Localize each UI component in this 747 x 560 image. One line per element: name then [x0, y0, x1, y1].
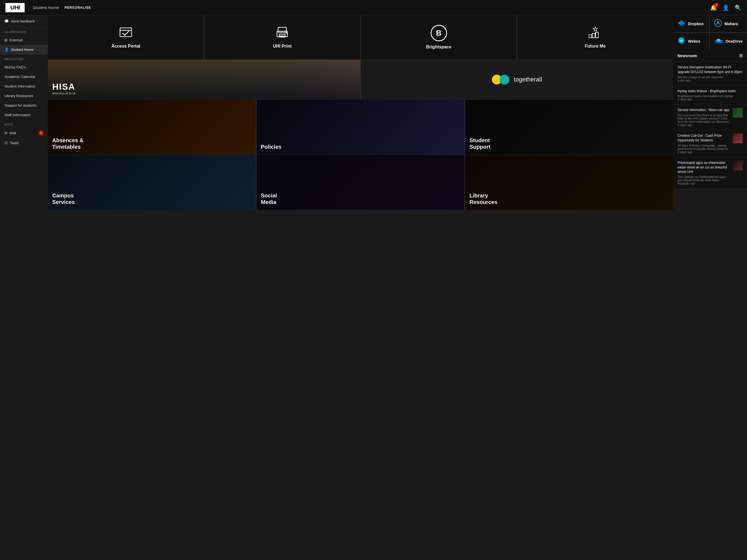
news-creative-meta: 16 days of Action Campaign - raising awa…: [677, 144, 730, 150]
mail-badge: 1: [38, 130, 44, 135]
sidebar-library-resources-label: Library Resources: [4, 94, 33, 98]
teal-circle-icon: [499, 75, 509, 84]
student-support-label: StudentSupport: [465, 133, 495, 154]
send-feedback-button[interactable]: 💬 Send feedback: [0, 15, 48, 27]
togetherall-banner[interactable]: togetherall: [361, 59, 673, 99]
hisa-banner[interactable]: HISA www.hisa.uhi.ac.uk: [48, 59, 360, 99]
onedrive-icon: [714, 37, 723, 45]
sidebar-mail-label: Mail: [9, 131, 16, 135]
news-item-prionnsapal[interactable]: Prionnsapal agus iar-sheansalair eadar-a…: [673, 157, 747, 189]
sidebar-academic-calendar-label: Academic Calendar: [4, 75, 35, 79]
webex-label: Webex: [688, 39, 700, 44]
sidebar-student-home-label: Student Home: [11, 48, 34, 52]
news-creative-thumb-img: [733, 133, 743, 143]
quick-links-grid: Dropbox Mahara: [673, 15, 747, 50]
policies-tile[interactable]: Policies: [256, 100, 465, 154]
sidebar-item-support-for-students[interactable]: Support for students: [0, 101, 48, 110]
mahara-label: Mahara: [725, 22, 738, 26]
newsroom-expand-icon[interactable]: ⊞: [739, 53, 743, 58]
check-window-icon: [119, 26, 133, 41]
svg-rect-10: [595, 32, 598, 38]
news-wifi-title: Service Disruption Notification: WI-FI u…: [677, 65, 743, 74]
sidebar-item-myday-faqs[interactable]: MyDay FAQ's: [0, 62, 48, 72]
news-myday-meta: Brightspace tasks now enabled on myday: [677, 94, 743, 98]
sidebar-staff-information-label: Staff Information: [4, 113, 30, 117]
quick-link-webex[interactable]: W Webex: [673, 33, 709, 50]
svg-rect-2: [278, 27, 286, 32]
svg-marker-8: [593, 27, 597, 31]
apps-section-label: APPS: [0, 120, 48, 128]
search-icon[interactable]: 🔍: [735, 4, 742, 11]
quick-link-mahara[interactable]: Mahara: [710, 15, 747, 32]
news-myday-time: 2 days ago: [677, 98, 743, 101]
newsroom-title: Newsroom: [677, 54, 697, 58]
notifications-icon[interactable]: 🔔 1: [710, 4, 717, 11]
grid-icon: ⊞: [4, 38, 7, 42]
sidebar-item-academic-calendar[interactable]: Academic Calendar: [0, 72, 48, 81]
hisa-sub: www.hisa.uhi.ac.uk: [52, 92, 356, 95]
news-creative-time: 2 days ago: [677, 150, 730, 154]
header-icons: 🔔 1 👤 🔍: [710, 4, 742, 11]
news-myday-title: myday tasks feature - Brightspace tasks: [677, 89, 743, 94]
news-prionnsapal-meta: Tha Oilthigh na Gàidhealtachd agus nan E…: [677, 175, 730, 185]
quick-links-column: Dropbox Mahara: [673, 15, 747, 210]
campus-label: CampusServices: [48, 188, 79, 210]
sidebar-item-library-resources[interactable]: Library Resources: [0, 91, 48, 101]
dashboards-section-label: DASHBOARDS: [0, 27, 48, 35]
brightspace-icon: B: [431, 25, 447, 41]
sidebar-item-staff-information[interactable]: Staff Information: [0, 110, 48, 120]
access-portal-label: Access Portal: [111, 44, 140, 49]
absences-timetables-tile[interactable]: Absences &Timetables: [48, 100, 256, 154]
app-tile-future-me[interactable]: Future Me: [517, 15, 673, 59]
sidebar-item-mail[interactable]: ✉ Mail 1: [0, 128, 48, 138]
social-media-tile[interactable]: SocialMedia: [256, 155, 465, 210]
app-tile-brightspace[interactable]: B Brightspace: [361, 15, 517, 59]
brightspace-label: Brightspace: [426, 45, 451, 50]
news-meescan-thumb-img: [733, 108, 743, 118]
svg-point-16: [715, 19, 721, 26]
header: UHI Student Home PERSONALISE 🔔 1 👤 🔍: [0, 0, 747, 15]
sidebar-item-student-information[interactable]: Student Information: [0, 81, 48, 91]
sidebar-item-student-home[interactable]: 👤 Student Home: [0, 45, 48, 54]
newsroom: Newsroom ⊞ Service Disruption Notificati…: [673, 50, 747, 189]
hisa-inner: HISA www.hisa.uhi.ac.uk: [48, 59, 360, 99]
sidebar-item-tasks[interactable]: ☑ Tasks: [0, 138, 48, 148]
main-and-news: Access Portal: [48, 15, 747, 560]
news-item-meescan[interactable]: Service Information : Mees-can app Did y…: [673, 104, 747, 130]
news-prionnsapal-inner: Prionnsapal agus iar-sheansalair eadar-a…: [677, 160, 743, 185]
svg-point-22: [716, 39, 720, 42]
student-support-tile[interactable]: StudentSupport: [465, 100, 673, 154]
news-prionnsapal-thumb: [733, 160, 743, 170]
hisa-logo-text: HISA: [52, 82, 356, 92]
account-icon[interactable]: 👤: [722, 4, 729, 11]
feedback-icon: 💬: [4, 19, 9, 23]
logo[interactable]: UHI: [5, 3, 25, 12]
mahara-icon: [714, 19, 722, 28]
quick-link-onedrive[interactable]: OneDrive: [710, 33, 747, 50]
svg-text:W: W: [680, 39, 683, 42]
news-item-myday-tasks[interactable]: myday tasks feature - Brightspace tasks …: [673, 85, 747, 105]
togetherall-inner: togetherall: [492, 75, 542, 84]
bottom-tiles-row: CampusServices SocialMedia LibraryResour…: [48, 155, 673, 210]
campus-services-tile[interactable]: CampusServices: [48, 155, 256, 210]
app-tile-uhi-print[interactable]: UHI Print: [204, 15, 360, 59]
dropbox-icon: [677, 19, 685, 28]
app-tile-access-portal[interactable]: Access Portal: [48, 15, 204, 59]
header-title: Student Home: [33, 5, 59, 10]
sidebar: 💬 Send feedback DASHBOARDS ⊞ External 👤 …: [0, 15, 48, 560]
top-section: Access Portal: [48, 15, 747, 210]
personalise-button[interactable]: PERSONALISE: [65, 6, 91, 9]
top-apps-grid: Access Portal: [48, 15, 673, 59]
policies-label: Policies: [256, 139, 286, 154]
news-item-creative[interactable]: Creative Call-Out - Cash Prize Opportuni…: [673, 130, 747, 157]
quick-link-dropbox[interactable]: Dropbox: [673, 15, 709, 32]
library-resources-tile[interactable]: LibraryResources: [465, 155, 673, 210]
news-item-wifi-disruption[interactable]: Service Disruption Notification: WI-FI u…: [673, 62, 747, 85]
news-prionnsapal-text: Prionnsapal agus iar-sheansalair eadar-a…: [677, 160, 730, 185]
sidebar-external-label: External: [9, 38, 23, 42]
svg-rect-11: [589, 35, 592, 38]
middle-tiles-row: Absences &Timetables Policies StudentSup…: [48, 100, 673, 154]
svg-rect-9: [592, 33, 595, 38]
navigation-section-label: NAVIGATION: [0, 54, 48, 62]
sidebar-item-external[interactable]: ⊞ External: [0, 35, 48, 45]
